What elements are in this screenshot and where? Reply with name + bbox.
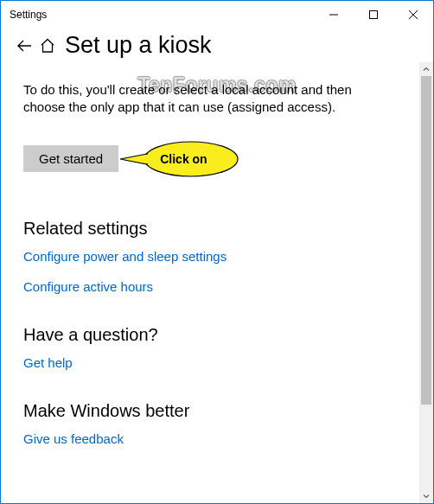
back-button[interactable] <box>15 36 34 55</box>
window-title: Settings <box>10 9 47 21</box>
page-header: Set up a kiosk <box>39 32 212 59</box>
maximize-icon <box>369 10 378 19</box>
svg-rect-1 <box>370 11 378 19</box>
window-controls <box>314 1 433 29</box>
annotation-callout: Click on <box>118 139 239 179</box>
related-settings-title: Related settings <box>23 219 397 239</box>
have-a-question-section: Have a question? Get help <box>23 325 397 370</box>
scrollbar-down-arrow-icon[interactable] <box>419 489 433 503</box>
maximize-button[interactable] <box>354 1 393 29</box>
scrollbar-up-arrow-icon[interactable] <box>419 62 433 76</box>
related-settings-section: Related settings Configure power and sle… <box>23 219 397 294</box>
home-icon <box>39 37 56 54</box>
page-description: To do this, you'll create or select a lo… <box>23 81 397 117</box>
minimize-button[interactable] <box>314 1 354 29</box>
back-arrow-icon <box>16 38 32 54</box>
scrollbar-thumb[interactable] <box>421 76 431 405</box>
minimize-icon <box>329 10 338 19</box>
get-started-button[interactable]: Get started <box>23 145 118 172</box>
configure-active-hours-link[interactable]: Configure active hours <box>23 279 397 294</box>
content-wrapper: To do this, you'll create or select a lo… <box>1 62 433 503</box>
make-windows-better-section: Make Windows better Give us feedback <box>23 401 397 446</box>
get-started-row: Get started Click on <box>23 139 397 179</box>
close-button[interactable] <box>393 1 433 29</box>
callout-text: Click on <box>160 152 207 166</box>
give-us-feedback-link[interactable]: Give us feedback <box>23 431 397 446</box>
configure-power-sleep-link[interactable]: Configure power and sleep settings <box>23 249 397 264</box>
settings-window: Settings Set up a kiosk <box>0 0 434 504</box>
vertical-scrollbar[interactable] <box>419 62 433 503</box>
have-a-question-title: Have a question? <box>23 325 397 345</box>
header-row: Set up a kiosk <box>1 29 433 62</box>
titlebar: Settings <box>1 1 433 29</box>
content-area: To do this, you'll create or select a lo… <box>1 62 419 503</box>
make-windows-better-title: Make Windows better <box>23 401 397 421</box>
page-title: Set up a kiosk <box>65 32 212 59</box>
get-help-link[interactable]: Get help <box>23 355 397 370</box>
close-icon <box>409 10 418 19</box>
